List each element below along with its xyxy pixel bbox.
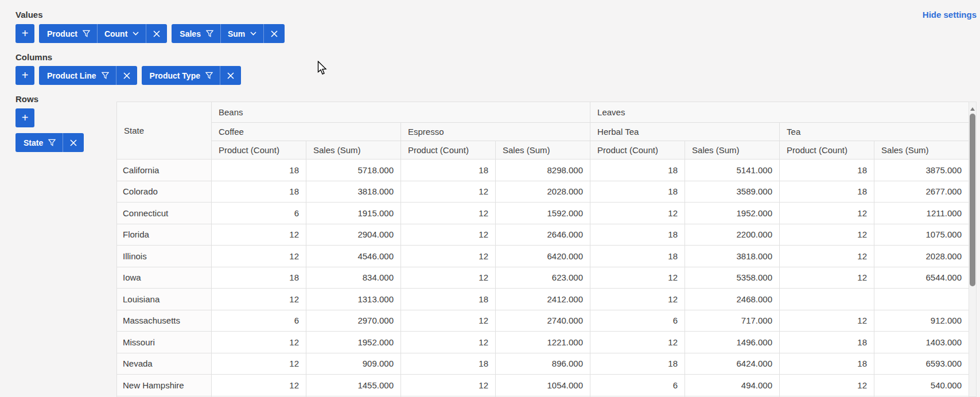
remove-field-button[interactable] (63, 133, 84, 152)
value-cell: 6 (212, 310, 306, 332)
chevron-down-icon (250, 32, 256, 36)
value-cell: 12 (590, 289, 685, 310)
filter-icon[interactable] (205, 72, 213, 79)
value-cell: 12 (401, 246, 496, 267)
value-cell: 6 (590, 375, 685, 396)
table-row: Massachusetts62970.000122740.0006717.000… (117, 310, 969, 332)
value-cell: 6424.000 (685, 353, 780, 375)
aggregation-dropdown-sales[interactable]: Sum (221, 24, 263, 43)
value-cell: 1403.000 (874, 332, 969, 353)
value-cell: 6593.000 (874, 353, 969, 375)
column-group-beans[interactable]: Beans (212, 102, 590, 123)
value-cell: 12 (401, 332, 496, 353)
value-cell: 834.000 (306, 267, 401, 289)
filter-icon[interactable] (206, 30, 213, 37)
field-label: Product (47, 29, 77, 38)
filter-icon[interactable] (102, 72, 109, 79)
value-cell: 896.000 (496, 353, 590, 375)
field-label: Product Line (47, 71, 96, 80)
column-pill-product-type[interactable]: Product Type (142, 66, 241, 85)
value-cell: 18 (780, 353, 874, 375)
measure-header-count[interactable]: Product (Count) (780, 141, 874, 159)
value-cell: 2412.000 (496, 289, 590, 310)
value-cell: 12 (212, 353, 306, 375)
column-group-herbal-tea[interactable]: Herbal Tea (590, 123, 780, 141)
value-cell: 12 (590, 332, 685, 353)
field-button-product[interactable]: Product (39, 24, 97, 43)
value-cell: 12 (401, 310, 496, 332)
measure-header-count[interactable]: Product (Count) (590, 141, 685, 159)
value-cell: 2028.000 (496, 181, 590, 203)
vertical-scrollbar[interactable] (969, 102, 977, 397)
measure-header-sum[interactable]: Sales (Sum) (496, 141, 590, 159)
value-cell: 12 (401, 181, 496, 203)
aggregation-dropdown-product[interactable]: Count (98, 24, 146, 43)
field-button-product-type[interactable]: Product Type (142, 66, 220, 85)
value-cell: 494.000 (685, 375, 780, 396)
value-pill-product[interactable]: Product Count (39, 24, 167, 43)
field-button-sales[interactable]: Sales (172, 24, 220, 43)
table-row: Louisiana121313.000182412.000122468.000 (117, 289, 969, 310)
value-cell: 18 (780, 332, 874, 353)
column-group-coffee[interactable]: Coffee (212, 123, 401, 141)
measure-header-sum[interactable]: Sales (Sum) (306, 141, 401, 159)
remove-field-button[interactable] (220, 66, 241, 85)
value-cell: 6 (590, 310, 685, 332)
row-header-cell: Colorado (117, 181, 212, 203)
measure-header-count[interactable]: Product (Count) (212, 141, 306, 159)
value-cell: 1313.000 (306, 289, 401, 310)
remove-field-button[interactable] (146, 24, 167, 43)
column-pill-product-line[interactable]: Product Line (39, 66, 137, 85)
value-cell: 12 (780, 246, 874, 267)
filter-icon[interactable] (48, 139, 56, 146)
value-cell: 12 (780, 310, 874, 332)
hide-settings-link[interactable]: Hide settings (923, 10, 977, 20)
value-cell: 12 (212, 375, 306, 396)
value-cell: 1221.000 (496, 332, 590, 353)
value-cell: 3875.000 (874, 159, 969, 181)
field-label: State (24, 138, 43, 147)
value-cell: 6 (212, 203, 306, 224)
scroll-up-arrow-icon[interactable] (970, 107, 975, 111)
row-header-cell: Iowa (117, 267, 212, 289)
table-row: Illinois124546.000126420.000183818.00012… (117, 246, 969, 267)
measure-header-sum[interactable]: Sales (Sum) (874, 141, 969, 159)
value-cell: 18 (401, 353, 496, 375)
add-column-field-button[interactable]: + (15, 66, 34, 85)
scrollbar-thumb[interactable] (970, 114, 975, 286)
columns-section-label: Columns (15, 52, 52, 62)
value-cell: 12 (590, 267, 685, 289)
value-cell: 717.000 (685, 310, 780, 332)
close-icon (70, 139, 77, 146)
row-pill-state[interactable]: State (15, 133, 84, 152)
column-group-leaves[interactable]: Leaves (590, 102, 969, 123)
value-cell (874, 289, 969, 310)
table-row: Colorado183818.000122028.000183589.00018… (117, 181, 969, 203)
filter-icon[interactable] (83, 30, 90, 37)
value-cell: 18 (212, 159, 306, 181)
values-section-label: Values (15, 10, 43, 20)
row-header-cell: New Hampshire (117, 375, 212, 396)
value-cell: 1075.000 (874, 224, 969, 246)
table-row: New Hampshire121455.000121054.0006494.00… (117, 375, 969, 396)
column-group-espresso[interactable]: Espresso (401, 123, 590, 141)
table-row: Nevada12909.00018896.000186424.000186593… (117, 353, 969, 375)
field-button-state[interactable]: State (15, 133, 63, 152)
add-value-field-button[interactable]: + (15, 24, 34, 43)
column-group-tea[interactable]: Tea (780, 123, 969, 141)
remove-field-button[interactable] (116, 66, 137, 85)
value-cell: 1496.000 (685, 332, 780, 353)
value-pill-sales[interactable]: Sales Sum (172, 24, 285, 43)
pivot-grid: State Beans Leaves Coffee Espresso Herba… (116, 102, 969, 397)
measure-header-sum[interactable]: Sales (Sum) (685, 141, 780, 159)
value-cell: 12 (780, 267, 874, 289)
table-row: Missouri121952.000121221.000121496.00018… (117, 332, 969, 353)
table-row: Iowa18834.00012623.000125358.000126544.0… (117, 267, 969, 289)
remove-field-button[interactable] (264, 24, 285, 43)
value-cell: 12 (401, 224, 496, 246)
measure-header-count[interactable]: Product (Count) (401, 141, 496, 159)
field-label: Sales (180, 29, 201, 38)
add-row-field-button[interactable]: + (15, 108, 34, 127)
field-button-product-line[interactable]: Product Line (39, 66, 116, 85)
corner-header-state[interactable]: State (117, 102, 212, 159)
